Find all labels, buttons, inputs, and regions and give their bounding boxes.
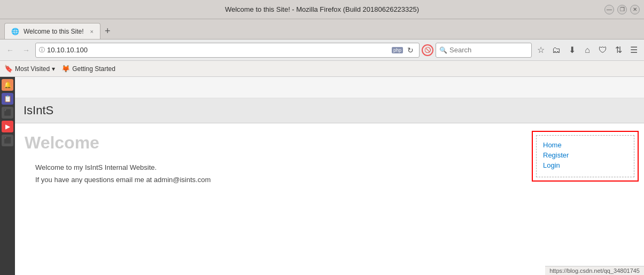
browser-content: 🔔 📋 ⬛ ▶ ⬛ IsIntS Welcome Welcome to my I… — [0, 77, 644, 275]
left-sidebar: 🔔 📋 ⬛ ▶ ⬛ — [0, 77, 15, 275]
title-bar: Welcome to this Site! - Mozilla Firefox … — [0, 0, 644, 19]
close-button[interactable]: ✕ — [630, 5, 640, 14]
welcome-line1: Welcome to my IsIntS Internal Website. — [35, 161, 522, 174]
most-visited-label: Most Visited — [15, 65, 50, 73]
page-top-area — [15, 77, 644, 98]
sidebar-widget: Home Register Login — [532, 131, 639, 182]
taskbar-icon-1[interactable]: 🔔 — [2, 79, 13, 91]
tab-favicon: 🌐 — [11, 28, 19, 35]
site-title: IsIntS — [24, 104, 53, 117]
address-bar: ⓘ php ↻ — [35, 43, 420, 58]
widget-inner: Home Register Login — [536, 135, 634, 177]
welcome-heading: Welcome — [25, 133, 522, 153]
menu-button[interactable]: ☰ — [627, 43, 641, 57]
main-area: Welcome Welcome to my IsIntS Internal We… — [15, 123, 644, 257]
shield-button[interactable]: 🛡 — [596, 43, 610, 57]
register-link[interactable]: Register — [543, 151, 627, 159]
nav-bar: ← → ⓘ php ↻ 🚫 🔍 ☆ 🗂 ⬇ ⌂ 🛡 ⇅ ☰ — [0, 40, 644, 61]
back-button[interactable]: ← — [3, 43, 17, 57]
site-header: IsIntS — [15, 98, 644, 123]
getting-started-label: Getting Started — [72, 65, 115, 73]
status-bar: https://blog.csdn.net/qq_34801745 — [545, 266, 644, 275]
getting-started-bookmark[interactable]: 🦊 Getting Started — [61, 65, 115, 73]
reload-button[interactable]: ↻ — [405, 45, 416, 56]
search-input[interactable] — [449, 46, 528, 54]
taskbar-icon-2[interactable]: 📋 — [2, 93, 13, 105]
most-visited-chevron: ▾ — [52, 65, 55, 73]
most-visited-bookmark[interactable]: 🔖 Most Visited ▾ — [4, 65, 55, 73]
home-link[interactable]: Home — [543, 141, 627, 149]
no-tracking-icon[interactable]: 🚫 — [422, 44, 433, 56]
minimize-button[interactable]: — — [604, 5, 614, 14]
pocket-button[interactable]: 🗂 — [549, 43, 563, 57]
login-link[interactable]: Login — [543, 161, 627, 169]
welcome-text: Welcome to my IsIntS Internal Website. I… — [35, 161, 522, 186]
page-content: IsIntS Welcome Welcome to my IsIntS Inte… — [15, 77, 644, 275]
window-controls: — ❐ ✕ — [604, 5, 640, 14]
most-visited-icon: 🔖 — [4, 65, 13, 73]
tab-label: Welcome to this Site! — [24, 28, 84, 35]
download-button[interactable]: ⬇ — [565, 43, 579, 57]
window-title: Welcome to this Site! - Mozilla Firefox … — [225, 5, 419, 13]
search-icon: 🔍 — [439, 46, 447, 54]
search-bar: 🔍 — [436, 43, 532, 58]
taskbar-icon-5[interactable]: ⬛ — [2, 135, 13, 146]
status-url: https://blog.csdn.net/qq_34801745 — [549, 268, 640, 274]
php-badge: php — [392, 47, 403, 53]
restore-button[interactable]: ❐ — [617, 5, 627, 14]
taskbar-icon-4[interactable]: ▶ — [2, 121, 13, 132]
home-button[interactable]: ⌂ — [580, 43, 594, 57]
info-icon[interactable]: ⓘ — [39, 46, 45, 54]
new-tab-button[interactable]: + — [100, 26, 115, 37]
content-area: Welcome Welcome to my IsIntS Internal We… — [20, 129, 526, 252]
sync-button[interactable]: ⇅ — [611, 43, 625, 57]
forward-button[interactable]: → — [19, 43, 33, 57]
bookmarks-bar: 🔖 Most Visited ▾ 🦊 Getting Started — [0, 61, 644, 77]
url-input[interactable] — [47, 46, 390, 54]
welcome-line2: If you have any questions email me at ad… — [35, 174, 522, 186]
bookmark-star-button[interactable]: ☆ — [534, 43, 548, 57]
getting-started-icon: 🦊 — [61, 65, 70, 73]
tab-bar: 🌐 Welcome to this Site! × + — [0, 19, 644, 40]
active-tab[interactable]: 🌐 Welcome to this Site! × — [4, 23, 100, 39]
nav-icons-right: ☆ 🗂 ⬇ ⌂ 🛡 ⇅ ☰ — [534, 43, 641, 57]
tab-close-button[interactable]: × — [90, 28, 94, 35]
taskbar-icon-3[interactable]: ⬛ — [2, 107, 13, 119]
